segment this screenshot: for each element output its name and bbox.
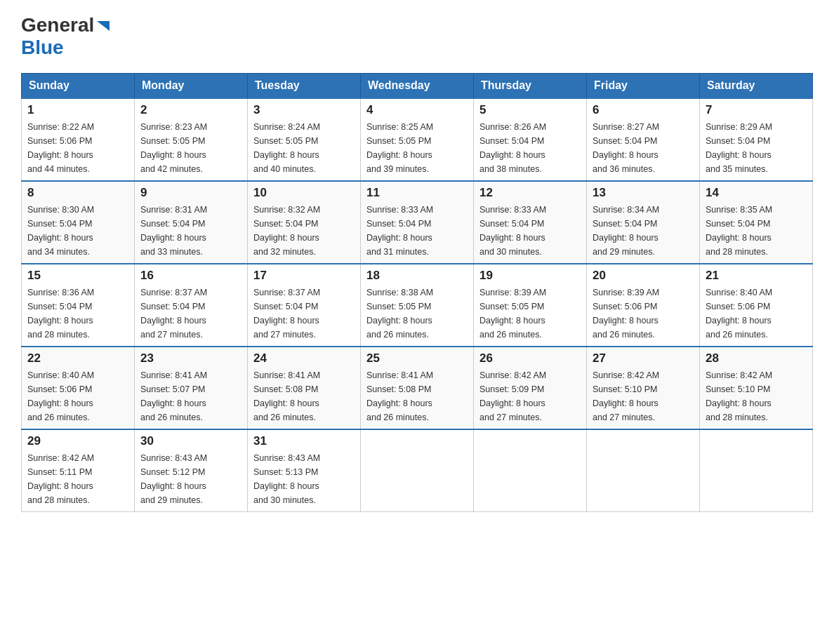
calendar-cell: 26Sunrise: 8:42 AMSunset: 5:09 PMDayligh… — [474, 347, 587, 429]
calendar-cell: 20Sunrise: 8:39 AMSunset: 5:06 PMDayligh… — [587, 264, 700, 347]
calendar-cell: 13Sunrise: 8:34 AMSunset: 5:04 PMDayligh… — [587, 181, 700, 264]
calendar-week-row: 8Sunrise: 8:30 AMSunset: 5:04 PMDaylight… — [22, 181, 813, 264]
day-info: Sunrise: 8:29 AMSunset: 5:04 PMDaylight:… — [706, 120, 807, 176]
weekday-header-saturday: Saturday — [700, 74, 813, 99]
day-number: 1 — [27, 103, 128, 117]
logo-general-text: General — [21, 14, 94, 36]
day-info: Sunrise: 8:41 AMSunset: 5:07 PMDaylight:… — [140, 368, 241, 424]
calendar-cell — [361, 429, 474, 512]
calendar-cell: 9Sunrise: 8:31 AMSunset: 5:04 PMDaylight… — [135, 181, 248, 264]
calendar-cell: 10Sunrise: 8:32 AMSunset: 5:04 PMDayligh… — [248, 181, 361, 264]
calendar-cell — [587, 429, 700, 512]
day-info: Sunrise: 8:35 AMSunset: 5:04 PMDaylight:… — [706, 203, 807, 259]
day-number: 24 — [253, 351, 355, 365]
weekday-header-thursday: Thursday — [474, 74, 587, 99]
day-number: 8 — [27, 186, 128, 200]
calendar-cell: 25Sunrise: 8:41 AMSunset: 5:08 PMDayligh… — [361, 347, 474, 429]
day-number: 13 — [593, 186, 694, 200]
calendar-week-row: 29Sunrise: 8:42 AMSunset: 5:11 PMDayligh… — [22, 429, 813, 512]
calendar-cell: 18Sunrise: 8:38 AMSunset: 5:05 PMDayligh… — [361, 264, 474, 347]
day-number: 23 — [140, 351, 241, 365]
day-number: 30 — [140, 434, 241, 448]
day-number: 28 — [706, 351, 807, 365]
calendar-cell: 12Sunrise: 8:33 AMSunset: 5:04 PMDayligh… — [474, 181, 587, 264]
day-number: 25 — [366, 351, 468, 365]
calendar-cell: 1Sunrise: 8:22 AMSunset: 5:06 PMDaylight… — [22, 98, 135, 181]
day-number: 19 — [479, 269, 581, 283]
calendar-header-row: SundayMondayTuesdayWednesdayThursdayFrid… — [22, 74, 813, 99]
day-info: Sunrise: 8:40 AMSunset: 5:06 PMDaylight:… — [27, 368, 128, 424]
day-number: 21 — [706, 269, 807, 283]
calendar-week-row: 22Sunrise: 8:40 AMSunset: 5:06 PMDayligh… — [22, 347, 813, 429]
day-info: Sunrise: 8:42 AMSunset: 5:10 PMDaylight:… — [706, 368, 807, 424]
svg-marker-0 — [97, 21, 110, 31]
weekday-header-wednesday: Wednesday — [361, 74, 474, 99]
day-info: Sunrise: 8:24 AMSunset: 5:05 PMDaylight:… — [253, 120, 355, 176]
calendar-week-row: 15Sunrise: 8:36 AMSunset: 5:04 PMDayligh… — [22, 264, 813, 347]
calendar-cell: 23Sunrise: 8:41 AMSunset: 5:07 PMDayligh… — [135, 347, 248, 429]
calendar-cell: 27Sunrise: 8:42 AMSunset: 5:10 PMDayligh… — [587, 347, 700, 429]
day-number: 9 — [140, 186, 241, 200]
calendar-cell: 19Sunrise: 8:39 AMSunset: 5:05 PMDayligh… — [474, 264, 587, 347]
day-info: Sunrise: 8:43 AMSunset: 5:12 PMDaylight:… — [140, 451, 241, 507]
weekday-header-monday: Monday — [135, 74, 248, 99]
calendar-cell — [474, 429, 587, 512]
calendar-cell: 24Sunrise: 8:41 AMSunset: 5:08 PMDayligh… — [248, 347, 361, 429]
day-info: Sunrise: 8:32 AMSunset: 5:04 PMDaylight:… — [253, 203, 355, 259]
day-number: 16 — [140, 269, 241, 283]
calendar-cell: 29Sunrise: 8:42 AMSunset: 5:11 PMDayligh… — [22, 429, 135, 512]
day-number: 18 — [366, 269, 468, 283]
day-info: Sunrise: 8:31 AMSunset: 5:04 PMDaylight:… — [140, 203, 241, 259]
day-number: 6 — [593, 103, 694, 117]
day-number: 27 — [593, 351, 694, 365]
calendar-cell: 2Sunrise: 8:23 AMSunset: 5:05 PMDaylight… — [135, 98, 248, 181]
day-info: Sunrise: 8:26 AMSunset: 5:04 PMDaylight:… — [479, 120, 581, 176]
day-number: 5 — [479, 103, 581, 117]
day-info: Sunrise: 8:37 AMSunset: 5:04 PMDaylight:… — [140, 286, 241, 342]
day-info: Sunrise: 8:43 AMSunset: 5:13 PMDaylight:… — [253, 451, 355, 507]
day-number: 22 — [27, 351, 128, 365]
calendar-cell: 7Sunrise: 8:29 AMSunset: 5:04 PMDaylight… — [700, 98, 813, 181]
calendar-cell: 16Sunrise: 8:37 AMSunset: 5:04 PMDayligh… — [135, 264, 248, 347]
day-info: Sunrise: 8:36 AMSunset: 5:04 PMDaylight:… — [27, 286, 128, 342]
calendar-cell: 6Sunrise: 8:27 AMSunset: 5:04 PMDaylight… — [587, 98, 700, 181]
day-info: Sunrise: 8:23 AMSunset: 5:05 PMDaylight:… — [140, 120, 241, 176]
calendar-cell: 15Sunrise: 8:36 AMSunset: 5:04 PMDayligh… — [22, 264, 135, 347]
day-info: Sunrise: 8:42 AMSunset: 5:10 PMDaylight:… — [593, 368, 694, 424]
day-info: Sunrise: 8:30 AMSunset: 5:04 PMDaylight:… — [27, 203, 128, 259]
calendar-cell: 22Sunrise: 8:40 AMSunset: 5:06 PMDayligh… — [22, 347, 135, 429]
calendar-cell: 31Sunrise: 8:43 AMSunset: 5:13 PMDayligh… — [248, 429, 361, 512]
calendar-cell: 14Sunrise: 8:35 AMSunset: 5:04 PMDayligh… — [700, 181, 813, 264]
day-number: 31 — [253, 434, 355, 448]
day-number: 14 — [706, 186, 807, 200]
day-number: 3 — [253, 103, 355, 117]
day-number: 20 — [593, 269, 694, 283]
calendar-cell: 17Sunrise: 8:37 AMSunset: 5:04 PMDayligh… — [248, 264, 361, 347]
day-number: 11 — [366, 186, 468, 200]
day-info: Sunrise: 8:27 AMSunset: 5:04 PMDaylight:… — [593, 120, 694, 176]
logo-blue-text: Blue — [21, 36, 64, 58]
day-info: Sunrise: 8:39 AMSunset: 5:05 PMDaylight:… — [479, 286, 581, 342]
day-number: 2 — [140, 103, 241, 117]
day-number: 26 — [479, 351, 581, 365]
weekday-header-sunday: Sunday — [22, 74, 135, 99]
day-info: Sunrise: 8:42 AMSunset: 5:11 PMDaylight:… — [27, 451, 128, 507]
weekday-header-friday: Friday — [587, 74, 700, 99]
day-info: Sunrise: 8:41 AMSunset: 5:08 PMDaylight:… — [253, 368, 355, 424]
day-info: Sunrise: 8:38 AMSunset: 5:05 PMDaylight:… — [366, 286, 468, 342]
day-info: Sunrise: 8:33 AMSunset: 5:04 PMDaylight:… — [366, 203, 468, 259]
day-number: 17 — [253, 269, 355, 283]
day-info: Sunrise: 8:39 AMSunset: 5:06 PMDaylight:… — [593, 286, 694, 342]
day-info: Sunrise: 8:40 AMSunset: 5:06 PMDaylight:… — [706, 286, 807, 342]
calendar-cell: 21Sunrise: 8:40 AMSunset: 5:06 PMDayligh… — [700, 264, 813, 347]
day-info: Sunrise: 8:25 AMSunset: 5:05 PMDaylight:… — [366, 120, 468, 176]
calendar-cell: 8Sunrise: 8:30 AMSunset: 5:04 PMDaylight… — [22, 181, 135, 264]
day-info: Sunrise: 8:41 AMSunset: 5:08 PMDaylight:… — [366, 368, 468, 424]
day-info: Sunrise: 8:33 AMSunset: 5:04 PMDaylight:… — [479, 203, 581, 259]
weekday-header-tuesday: Tuesday — [248, 74, 361, 99]
logo: General Blue — [21, 14, 111, 59]
day-number: 10 — [253, 186, 355, 200]
day-number: 7 — [706, 103, 807, 117]
calendar-cell: 28Sunrise: 8:42 AMSunset: 5:10 PMDayligh… — [700, 347, 813, 429]
day-info: Sunrise: 8:42 AMSunset: 5:09 PMDaylight:… — [479, 368, 581, 424]
